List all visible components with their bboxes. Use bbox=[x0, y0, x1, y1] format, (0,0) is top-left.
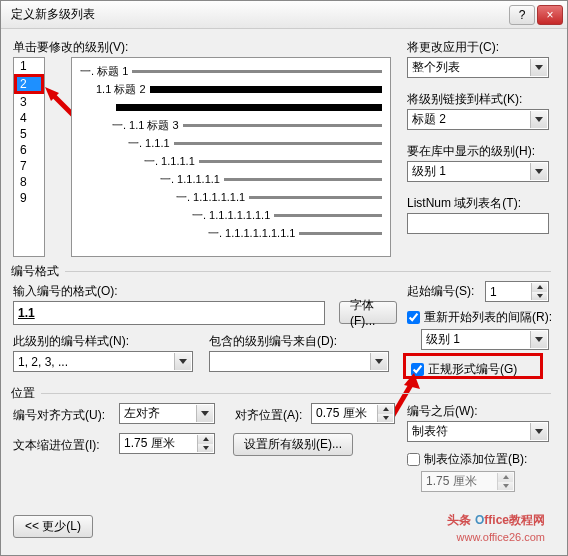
preview-pane: 一. 标题 11.1 标题 2一. 1.1 标题 3一. 1.1.1一. 1.1… bbox=[71, 57, 391, 257]
num-format-input[interactable] bbox=[13, 301, 325, 325]
start-at-label: 起始编号(S): bbox=[407, 283, 474, 300]
restart-dropdown[interactable]: 级别 1 bbox=[421, 329, 549, 350]
group-format-label: 编号格式 bbox=[11, 263, 65, 280]
tab-add-spinner[interactable]: 1.75 厘米 bbox=[421, 471, 515, 492]
watermark-url: www.office26.com bbox=[457, 531, 545, 543]
align-label: 编号对齐方式(U): bbox=[13, 407, 105, 424]
start-at-spinner[interactable]: 1 bbox=[485, 281, 549, 302]
include-from-dropdown[interactable] bbox=[209, 351, 389, 372]
listnum-label: ListNum 域列表名(T): bbox=[407, 195, 521, 212]
follow-dropdown[interactable]: 制表符 bbox=[407, 421, 549, 442]
less-button[interactable]: << 更少(L) bbox=[13, 515, 93, 538]
num-style-label: 此级别的编号样式(N): bbox=[13, 333, 129, 350]
level-item-8[interactable]: 8 bbox=[14, 174, 44, 190]
level-click-label: 单击要修改的级别(V): bbox=[13, 39, 128, 56]
dialog: 定义新多级列表 ? × 单击要修改的级别(V): 123456789 一. 标题… bbox=[0, 0, 568, 556]
group-position-label: 位置 bbox=[11, 385, 41, 402]
level-item-4[interactable]: 4 bbox=[14, 110, 44, 126]
num-format-label: 输入编号的格式(O): bbox=[13, 283, 118, 300]
content-area: 单击要修改的级别(V): 123456789 一. 标题 11.1 标题 2一.… bbox=[11, 35, 557, 547]
link-style-dropdown[interactable]: 标题 2 bbox=[407, 109, 549, 130]
red-highlight-legal bbox=[403, 353, 543, 379]
gallery-level-dropdown[interactable]: 级别 1 bbox=[407, 161, 549, 182]
num-style-dropdown[interactable]: 1, 2, 3, ... bbox=[13, 351, 193, 372]
level-item-3[interactable]: 3 bbox=[14, 94, 44, 110]
align-at-label: 对齐位置(A): bbox=[235, 407, 302, 424]
follow-label: 编号之后(W): bbox=[407, 403, 478, 420]
dialog-title: 定义新多级列表 bbox=[5, 6, 507, 23]
align-dropdown[interactable]: 左对齐 bbox=[119, 403, 215, 424]
level-item-9[interactable]: 9 bbox=[14, 190, 44, 206]
level-item-5[interactable]: 5 bbox=[14, 126, 44, 142]
tab-add-checkbox[interactable]: 制表位添加位置(B): bbox=[407, 451, 527, 468]
indent-spinner[interactable]: 1.75 厘米 bbox=[119, 433, 215, 454]
align-at-spinner[interactable]: 0.75 厘米 bbox=[311, 403, 395, 424]
close-button[interactable]: × bbox=[537, 5, 563, 25]
level-item-1[interactable]: 1 bbox=[14, 58, 44, 74]
watermark: 头条 Office教程网 bbox=[447, 510, 545, 529]
indent-label: 文本缩进位置(I): bbox=[13, 437, 100, 454]
apply-to-label: 将更改应用于(C): bbox=[407, 39, 499, 56]
restart-checkbox[interactable]: 重新开始列表的间隔(R): bbox=[407, 309, 552, 326]
include-from-label: 包含的级别编号来自(D): bbox=[209, 333, 337, 350]
gallery-level-label: 要在库中显示的级别(H): bbox=[407, 143, 535, 160]
titlebar: 定义新多级列表 ? × bbox=[1, 1, 567, 29]
apply-to-dropdown[interactable]: 整个列表 bbox=[407, 57, 549, 78]
link-style-label: 将级别链接到样式(K): bbox=[407, 91, 522, 108]
svg-marker-3 bbox=[404, 373, 420, 389]
font-button[interactable]: 字体(F)... bbox=[339, 301, 397, 324]
level-item-2[interactable]: 2 bbox=[14, 74, 44, 94]
set-all-levels-button[interactable]: 设置所有级别(E)... bbox=[233, 433, 353, 456]
level-item-7[interactable]: 7 bbox=[14, 158, 44, 174]
help-button[interactable]: ? bbox=[509, 5, 535, 25]
listnum-input[interactable] bbox=[407, 213, 549, 234]
level-item-6[interactable]: 6 bbox=[14, 142, 44, 158]
